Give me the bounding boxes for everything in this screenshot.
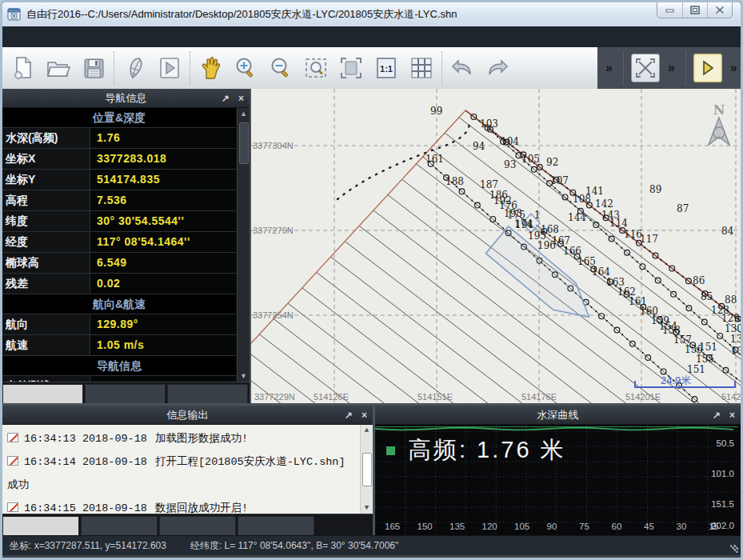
zoom-out-button[interactable] [263, 50, 298, 86]
svg-text:135: 135 [449, 522, 465, 531]
svg-text:103: 103 [480, 118, 498, 130]
zoom-window-button[interactable] [298, 50, 334, 86]
log-entry: 16:34:13 2018-09-18加载图形数据成功! [7, 427, 355, 450]
pan-button[interactable] [193, 50, 228, 86]
sounding-point-labels: 9910310494105939210710814114214389871441… [425, 106, 741, 375]
status-latlon: 经纬度: L= 117° 08'54.0643'', B= 30° 30'54.… [190, 539, 399, 553]
depth-curve-panel: 水深曲线 ↗ × 高频: 1.76 米 50.5101.0151.5202.01… [375, 406, 741, 535]
log-scrollbar[interactable]: ▲ ▼ [360, 425, 373, 514]
nav-row-value: 514174.835 [90, 170, 236, 190]
svg-text:188: 188 [445, 176, 464, 187]
map-canvas[interactable]: 1 99103104941059392107108141142143898714… [251, 89, 741, 403]
panel-float-icon[interactable]: ↗ [713, 410, 721, 421]
undo-button[interactable] [445, 50, 480, 86]
menu-item[interactable] [111, 26, 129, 47]
nav-tab[interactable] [2, 384, 83, 403]
log-tab[interactable] [238, 516, 314, 535]
minimize-icon [665, 6, 675, 14]
navigation-panel-titlebar: 导航信息 ↗ × [2, 89, 250, 108]
panel-close-icon[interactable]: × [238, 93, 244, 104]
menu-item[interactable] [129, 26, 146, 47]
grid-button[interactable] [404, 50, 439, 86]
svg-text:142: 142 [595, 198, 613, 210]
panel-close-icon[interactable]: × [362, 410, 367, 421]
redo-icon [485, 58, 509, 78]
redo-button[interactable] [480, 50, 515, 86]
depth-curve-line [375, 427, 738, 430]
plot-pen-button[interactable] [117, 50, 152, 86]
log-tab[interactable] [81, 516, 158, 535]
svg-text:514151E: 514151E [417, 392, 453, 402]
svg-text:155: 155 [696, 354, 714, 365]
nav-row-label: 航向&航速 [90, 294, 149, 314]
svg-text:0: 0 [711, 522, 716, 531]
menu-item[interactable] [41, 26, 58, 47]
maximize-button[interactable] [682, 2, 707, 18]
open-project-button[interactable] [41, 50, 76, 86]
scroll-up-icon[interactable]: ▲ [240, 110, 247, 118]
series-swatch [386, 446, 395, 455]
nav-row-value: 1 [90, 376, 236, 382]
svg-text:164: 164 [592, 266, 610, 278]
svg-text:117: 117 [640, 234, 658, 245]
menu-item[interactable] [58, 26, 76, 47]
new-file-button[interactable] [6, 50, 41, 86]
nav-row-label: 经度 [2, 232, 90, 252]
toolbar-overflow-chevron[interactable]: » [665, 61, 678, 75]
svg-text:141: 141 [585, 186, 604, 197]
menu-item[interactable] [6, 26, 23, 47]
scroll-up-icon[interactable]: ▲ [365, 426, 369, 434]
menu-bar [2, 26, 741, 47]
title-bar[interactable]: 自由行2016--C:/Users/Administrator/Desktop/… [2, 2, 741, 26]
zoom-in-button[interactable] [228, 50, 263, 86]
menu-item[interactable] [23, 26, 41, 47]
log-tab[interactable] [2, 516, 79, 535]
full-extent-button[interactable] [334, 50, 369, 86]
scrollbar-thumb[interactable] [239, 122, 249, 164]
scroll-down-icon[interactable]: ▼ [240, 372, 247, 380]
svg-text:514225E: 514225E [721, 392, 741, 402]
depth-chart: 高频: 1.76 米 50.5101.0151.5202.01651501351… [375, 425, 741, 535]
actual-size-button[interactable]: 1:1 [369, 50, 404, 86]
log-panel-title: 信息输出 [167, 408, 209, 422]
nav-tab[interactable] [167, 384, 248, 403]
nav-row-label: 坐标Y [2, 170, 90, 190]
boat-line-number: 1 [534, 210, 541, 221]
menu-item[interactable] [146, 26, 164, 47]
scrollbar-thumb[interactable] [362, 453, 372, 486]
nav-tab[interactable] [85, 384, 166, 403]
close-button[interactable] [707, 2, 732, 18]
log-timestamp: 16:34:13 2018-09-18 [24, 433, 147, 445]
svg-text:165: 165 [385, 522, 400, 531]
fit-extents-button[interactable] [631, 54, 660, 82]
menu-item[interactable] [76, 26, 94, 47]
toolbar-overflow-chevron[interactable]: » [602, 61, 616, 75]
panel-float-icon[interactable]: ↗ [345, 410, 353, 421]
toolbar-separator [623, 51, 624, 85]
svg-text:514176E: 514176E [521, 392, 557, 402]
zoom-in-icon [234, 57, 257, 79]
minimize-button[interactable] [657, 2, 682, 18]
nav-table-row: 纬度 30° 30'54.5544'' [2, 211, 236, 232]
play-view-button[interactable] [152, 50, 187, 86]
navigation-panel: 导航信息 ↗ × 位置&深度 水深(高频) 1.76 [2, 89, 251, 403]
log-tab[interactable] [159, 516, 236, 535]
svg-text:168: 168 [541, 224, 559, 235]
svg-text:30: 30 [677, 522, 687, 531]
panel-float-icon[interactable]: ↗ [222, 93, 230, 104]
log-message: 数据回放成功开启! [155, 502, 248, 514]
toolbar-overflow-chevron[interactable]: » [727, 61, 741, 75]
nav-scrollbar[interactable]: ▲ ▼ [237, 108, 250, 382]
nav-table-row: 水深(高频) 1.76 [2, 128, 236, 149]
north-arrow: N [709, 102, 729, 145]
save-button[interactable] [76, 50, 111, 86]
actual-size-icon: 1:1 [376, 57, 397, 79]
svg-text:165: 165 [577, 256, 596, 267]
scroll-down-icon[interactable]: ▼ [365, 504, 369, 512]
zoom-out-icon [270, 57, 292, 79]
panel-close-icon[interactable]: × [729, 410, 735, 421]
svg-text:3377254N: 3377254N [253, 310, 294, 320]
resize-grip[interactable] [730, 545, 738, 553]
menu-item[interactable] [94, 26, 111, 47]
replay-button[interactable] [693, 54, 722, 82]
